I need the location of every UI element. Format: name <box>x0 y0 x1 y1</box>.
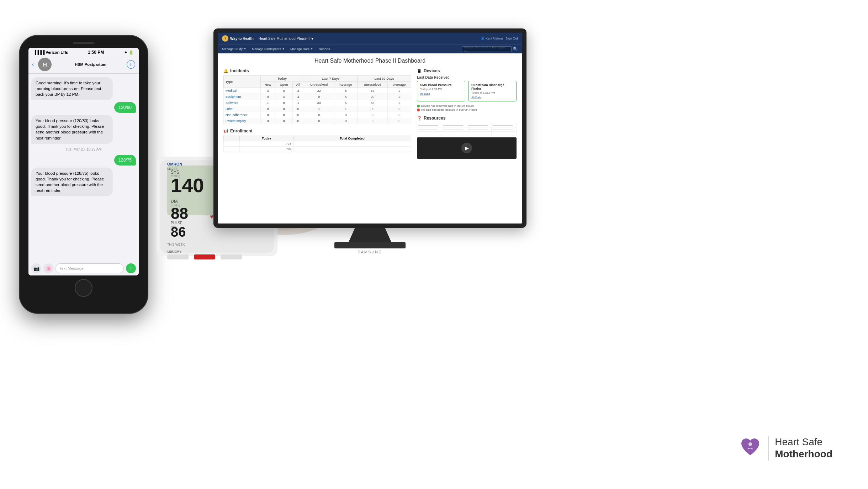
svg-point-27 <box>748 442 752 446</box>
device-clinstream-title: Clinstream Discharge Finder <box>471 83 513 90</box>
search-icon[interactable]: 🔍 <box>513 47 518 51</box>
device-icon: 📱 <box>417 69 422 73</box>
svg-text:DIA: DIA <box>171 199 178 204</box>
resources-section-header: ❓ Resources <box>417 116 517 121</box>
incident-l30-unres: 8 <box>358 106 388 112</box>
contact-name: HSM Postpartum <box>54 62 127 67</box>
dashboard-nav: ⚕ Way to Health Heart Safe Motherhood Ph… <box>218 33 522 44</box>
carrier-info: ▐▐▐▐ Verizon LTE <box>33 50 68 54</box>
incident-l30-avg: 0 <box>388 106 411 112</box>
right-column: 📱 Devices Last Data Received SMS Blood P… <box>417 68 517 159</box>
incident-t-new: 0 <box>260 94 275 100</box>
resources-table: ———————— ———————— ———————— ———————— ————… <box>417 123 517 136</box>
incident-t-open: 4 <box>275 94 292 100</box>
battery-info: ✦ 🔋 <box>124 50 134 55</box>
bluetooth-icon: ✦ <box>124 50 127 55</box>
resource-col-2: ———————— <box>442 123 467 127</box>
back-button[interactable]: ‹ <box>32 61 34 68</box>
incidents-row: Non-adherence 0 0 0 0 0 0 0 <box>224 112 411 118</box>
svg-text:88: 88 <box>171 205 188 222</box>
legend-red: No data has been received in over 24 Hou… <box>417 108 517 111</box>
manage-data-menu[interactable]: Manage Data ▼ <box>290 47 313 51</box>
resource-row-3: ———————— ———————— ———————— ———————— <box>417 132 517 136</box>
signal-bars: ▐▐▐▐ <box>33 50 44 54</box>
svg-rect-19 <box>221 254 242 259</box>
incident-t-open: 0 <box>275 112 292 118</box>
incident-l7-avg: 5 <box>334 94 358 100</box>
resource-row-2: ———————— ———————— ———————— ———————— <box>417 127 517 132</box>
reports-menu[interactable]: Reports <box>319 47 330 51</box>
resource-r2c4: ———————— <box>492 127 517 132</box>
incident-t-all: 0 <box>292 118 304 124</box>
message-input[interactable]: Text Message <box>55 263 124 273</box>
carrier-name: Verizon LTE <box>46 50 68 54</box>
question-icon: ❓ <box>417 116 422 121</box>
incident-l7-unres: 0 <box>304 94 334 100</box>
search-input[interactable]: Search User Guide or Participant ID... <box>462 46 512 52</box>
sign-out-link[interactable]: Sign Out <box>506 37 518 40</box>
video-thumbnail[interactable]: ▶ <box>417 137 517 159</box>
incident-type[interactable]: Software <box>224 100 261 106</box>
enroll-label-1 <box>224 141 240 147</box>
incident-l30-avg: 2 <box>388 100 411 106</box>
battery-icon: 🔋 <box>129 50 134 55</box>
info-button[interactable]: i <box>127 60 135 69</box>
green-dot <box>417 105 420 107</box>
manage-study-menu[interactable]: Manage Study ▼ <box>222 47 246 51</box>
incident-l7-unres: 0 <box>304 118 334 124</box>
logo-icon: ⚕ <box>222 35 228 42</box>
send-button[interactable]: ↑ <box>126 263 136 273</box>
dashboard-subnav: Manage Study ▼ Manage Participants ▼ Man… <box>218 44 522 53</box>
imessage-nav: ‹ H HSM Postpartum i <box>28 56 139 74</box>
status-bar: ▐▐▐▐ Verizon LTE 1:50 PM ✦ 🔋 <box>28 48 139 56</box>
incident-t-new: 0 <box>260 106 275 112</box>
incident-type[interactable]: Medical <box>224 88 261 94</box>
phone-speaker <box>73 42 94 44</box>
incident-type[interactable]: Equipment <box>224 94 261 100</box>
incident-l30-unres: 0 <box>358 118 388 124</box>
study-name[interactable]: Heart Safe Motherhood Phase II ▼ <box>259 37 314 41</box>
incident-l7-unres: 32 <box>304 88 334 94</box>
incidents-row: Patient Inquiry 0 0 0 0 0 0 0 <box>224 118 411 124</box>
svg-text:140: 140 <box>171 174 204 196</box>
brand-line-2: Motherhood <box>775 448 832 459</box>
incident-type[interactable]: Non-adherence <box>224 112 261 118</box>
incident-l7-unres: 30 <box>304 100 334 106</box>
dashboard-content: 🔔 Incidents Type Today Last 7 Days Last … <box>223 68 517 159</box>
camera-icon[interactable]: 📷 <box>31 263 41 273</box>
legend-green: Device has received data in last 24 Hour… <box>417 104 517 107</box>
incident-type[interactable]: Patient Inquiry <box>224 118 261 124</box>
monitor-base <box>334 242 406 248</box>
svg-rect-17 <box>167 254 189 259</box>
device-sms-link[interactable]: All Data <box>420 92 462 95</box>
enroll-today-2: 799 <box>240 147 293 152</box>
incident-l7-avg: 5 <box>334 88 358 94</box>
new-header: New <box>260 82 275 88</box>
monitor-stand <box>349 228 391 242</box>
device-clinstream-link[interactable]: All Data <box>471 96 513 99</box>
red-dot <box>417 109 420 111</box>
enrollment-table: Today Total Completed 778 <box>223 136 411 152</box>
contact-avatar: H <box>38 58 52 71</box>
apps-icon[interactable]: 🌸 <box>43 263 53 273</box>
device-clinstream-time: Today at 12:12 PM <box>471 91 513 94</box>
incident-l30-unres: 55 <box>358 100 388 106</box>
megaphone-icon: 📢 <box>223 129 228 133</box>
enrollment-row-2: 799 <box>224 147 411 152</box>
incident-t-new: 0 <box>260 112 275 118</box>
monitor-frame: ⚕ Way to Health Heart Safe Motherhood Ph… <box>213 28 526 228</box>
incident-l30-avg: 2 <box>388 88 411 94</box>
message-bubble-incoming-3: Your blood pressure (128/75) looks good.… <box>31 168 113 196</box>
devices-section: 📱 Devices Last Data Received SMS Blood P… <box>417 68 517 111</box>
incidents-row: Software 1 0 1 30 5 55 2 <box>224 100 411 106</box>
phone-screen: ▐▐▐▐ Verizon LTE 1:50 PM ✦ 🔋 ‹ H HSM Pos… <box>28 48 139 275</box>
dashboard-title: Heart Safe Motherhood Phase II Dashboard <box>223 58 517 64</box>
all-header: All <box>292 82 304 88</box>
play-button[interactable]: ▶ <box>461 143 472 153</box>
incidents-title: Incidents <box>230 68 249 73</box>
phone-device: ▐▐▐▐ Verizon LTE 1:50 PM ✦ 🔋 ‹ H HSM Pos… <box>20 36 148 313</box>
incident-type[interactable]: Other <box>224 106 261 112</box>
home-button[interactable] <box>75 279 92 297</box>
open-header: Open <box>275 82 292 88</box>
manage-participants-menu[interactable]: Manage Participants ▼ <box>252 47 285 51</box>
